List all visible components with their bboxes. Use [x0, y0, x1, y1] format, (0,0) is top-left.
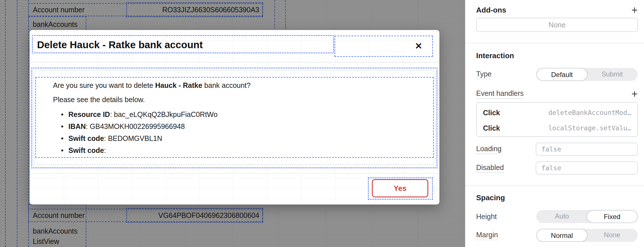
detail-separator: : — [104, 134, 108, 142]
detail-label: IBAN — [68, 122, 86, 130]
question-suffix: bank account? — [202, 81, 251, 89]
detail-separator: : — [110, 110, 114, 118]
list-item: Swift code: — [61, 146, 217, 158]
details-subtitle: Please see the details below. — [53, 96, 145, 104]
question-account-name: Hauck - Ratke — [155, 81, 202, 89]
list-item: IBAN: GB43MOKH00226995966948 — [61, 122, 217, 134]
addons-none-box[interactable]: None — [476, 18, 638, 32]
section-divider — [465, 43, 644, 43]
detail-value: bac_eLQKqQ2BJkpuFiaC0RtWo — [114, 110, 218, 118]
event-name: Click — [483, 124, 500, 132]
event-handlers-box: Click deleteBankAccountMod… Click localS… — [476, 102, 638, 137]
app-window: Account number RO33JIZJ6630S606605390A3 … — [0, 0, 644, 247]
detail-separator: : — [86, 122, 90, 130]
disabled-input[interactable]: false — [536, 161, 638, 175]
addons-title: Add-ons — [476, 6, 506, 15]
list-item: Swift code: BEDOMGVBL1N — [61, 134, 217, 146]
detail-label: Swift code — [68, 146, 104, 154]
interaction-section-header: Interaction — [476, 51, 638, 60]
title-divider — [30, 62, 439, 63]
margin-label: Margin — [476, 231, 498, 240]
footer-divider — [30, 173, 439, 174]
add-addon-icon[interactable]: + — [631, 6, 638, 14]
type-label: Type — [476, 70, 492, 79]
disabled-row: Disabled false — [476, 161, 638, 175]
interaction-title: Interaction — [476, 51, 514, 60]
delete-confirmation-modal: Delete Hauck - Ratke bank account ✕ Are … — [30, 30, 439, 205]
detail-value: GB43MOKH00226995966948 — [90, 122, 185, 130]
event-handler-row[interactable]: Click localStorage.setValu… — [483, 120, 631, 136]
add-event-handler-icon[interactable]: + — [631, 90, 638, 98]
loading-input[interactable]: false — [536, 143, 638, 156]
confirm-yes-button[interactable]: Yes — [372, 179, 428, 197]
event-name: Click — [483, 109, 500, 117]
detail-label: Swift code — [68, 134, 104, 142]
section-divider — [465, 185, 644, 186]
event-handlers-label: Event handlers — [476, 89, 524, 99]
event-handlers-header: Event handlers + — [476, 89, 638, 99]
spacing-title: Spacing — [476, 193, 505, 202]
height-option-fixed[interactable]: Fixed — [586, 210, 638, 223]
disabled-label: Disabled — [476, 163, 504, 173]
loading-label: Loading — [476, 145, 502, 154]
detail-value: BEDOMGVBL1N — [108, 134, 162, 142]
margin-row: Margin Normal None — [476, 229, 638, 242]
modal-title: Delete Hauck - Ratke bank account — [37, 39, 203, 50]
detail-label: Resource ID — [68, 110, 110, 118]
list-item: Resource ID: bac_eLQKqQ2BJkpuFiaC0RtWo — [61, 110, 217, 122]
properties-panel: Add-ons + None Interaction Type Default … — [465, 0, 644, 247]
event-handler-row[interactable]: Click deleteBankAccountMod… — [483, 105, 631, 120]
details-list: Resource ID: bac_eLQKqQ2BJkpuFiaC0RtWo I… — [61, 110, 217, 158]
height-row: Height Auto Fixed — [476, 210, 638, 223]
margin-option-none[interactable]: None — [586, 229, 638, 242]
event-handler-code: localStorage.setValu… — [548, 124, 631, 132]
type-option-default[interactable]: Default — [536, 68, 588, 81]
margin-option-normal[interactable]: Normal — [536, 229, 588, 242]
height-option-auto[interactable]: Auto — [536, 210, 588, 223]
type-row: Type Default Submit — [476, 68, 638, 81]
spacing-section-header: Spacing — [476, 193, 638, 203]
detail-separator: : — [104, 146, 106, 154]
height-label: Height — [476, 212, 497, 221]
event-handler-code: deleteBankAccountMod… — [548, 109, 631, 116]
type-option-submit[interactable]: Submit — [586, 68, 638, 81]
type-segmented-control: Default Submit — [536, 68, 638, 81]
confirm-question: Are you sure you want to delete Hauck - … — [53, 81, 250, 90]
height-segmented-control: Auto Fixed — [536, 210, 638, 223]
loading-row: Loading false — [476, 143, 638, 156]
addons-section-header: Add-ons + — [476, 5, 638, 15]
design-canvas[interactable]: Account number RO33JIZJ6630S606605390A3 … — [0, 0, 465, 247]
margin-segmented-control: Normal None — [536, 229, 638, 242]
close-icon[interactable]: ✕ — [415, 41, 422, 51]
question-prefix: Are you sure you want to delete — [53, 81, 155, 89]
